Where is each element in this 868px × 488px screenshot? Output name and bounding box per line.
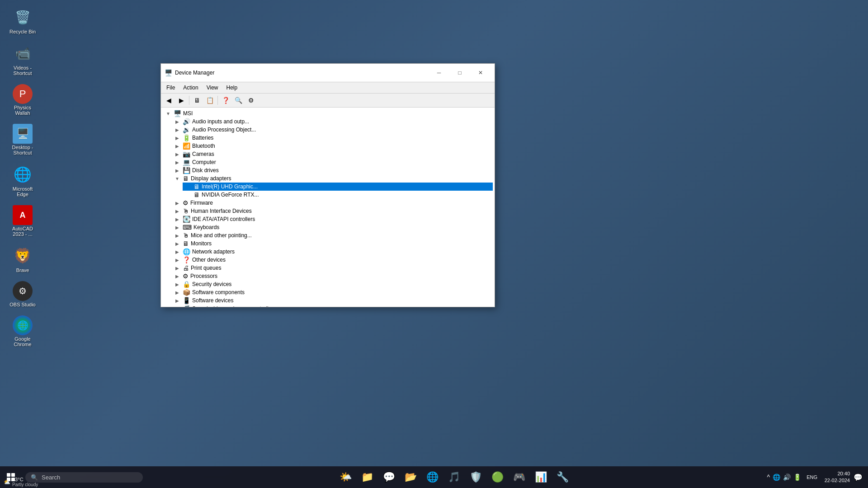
taskbar-discord[interactable]: 💬 <box>379 467 399 487</box>
clock-date: 22-02-2024 <box>823 477 850 484</box>
autocad-label: AutoCAD 2023 - ... <box>6 226 39 237</box>
menu-view[interactable]: View <box>203 83 222 92</box>
tree-firmware[interactable]: ▶ ⚙ Firmware <box>172 199 493 207</box>
tray-volume-icon[interactable]: 🔊 <box>783 474 791 481</box>
window-titlebar: 🖥️ Device Manager ─ □ ✕ <box>161 64 495 82</box>
physics-wallah-label: Physics Wallah <box>6 105 39 116</box>
microsoft-edge-label: Microsoft Edge <box>6 186 39 197</box>
menu-help[interactable]: Help <box>223 83 241 92</box>
tray-network-icon[interactable]: 🌐 <box>773 474 780 481</box>
videos-shortcut-icon[interactable]: 📹 Videos - Shortcut <box>5 41 41 78</box>
tree-nvidia-rtx[interactable]: 🖥 NVIDIA GeForce RTX... <box>183 191 493 199</box>
device-tree[interactable]: ▼ 🖥️ MSI ▶ 🔊 Audio inputs and outp... ▶ … <box>161 108 495 307</box>
obs-studio-label: OBS Studio <box>9 302 35 307</box>
tree-other-devices[interactable]: ▶ ❓ Other devices <box>172 256 493 264</box>
tree-display-adapters[interactable]: ▼ 🖥 Display adapters <box>172 174 493 183</box>
computer-button[interactable]: 🖥 <box>191 94 203 106</box>
tray-battery-icon[interactable]: 🔋 <box>793 474 801 481</box>
tree-computer[interactable]: ▶ 💻 Computer <box>172 158 493 166</box>
brave-label: Brave <box>16 267 29 273</box>
back-button[interactable]: ◀ <box>163 94 175 106</box>
taskbar-app10[interactable]: 📊 <box>531 467 551 487</box>
autocad-icon[interactable]: A AutoCAD 2023 - ... <box>5 203 41 239</box>
properties-button[interactable]: 📋 <box>204 94 216 106</box>
tray-expand-icon[interactable]: ^ <box>767 474 770 481</box>
tree-keyboards[interactable]: ▶ ⌨ Keyboards <box>172 223 493 231</box>
videos-shortcut-label: Videos - Shortcut <box>6 65 39 76</box>
taskbar-spotify[interactable]: 🎵 <box>444 467 464 487</box>
tray-icons: ^ 🌐 🔊 🔋 <box>767 474 802 481</box>
settings-button[interactable]: ⚙ <box>245 94 257 106</box>
weather-icon: ⛅ <box>4 479 10 485</box>
close-button[interactable]: ✕ <box>470 66 491 79</box>
forward-button[interactable]: ▶ <box>175 94 187 106</box>
device-manager-window: 🖥️ Device Manager ─ □ ✕ File Action View… <box>160 63 495 307</box>
desktop-shortcut-icon[interactable]: 🖥️ Desktop - Shortcut <box>5 122 41 157</box>
taskbar-apps: 🌤️ 📁 💬 📂 🌐 🎵 🛡️ 🟢 🎮 📊 🔧 <box>146 467 762 487</box>
tree-audio-processing[interactable]: ▶ 🔉 Audio Processing Object... <box>172 126 493 134</box>
taskbar-app11[interactable]: 🔧 <box>552 467 572 487</box>
microsoft-edge-desktop-icon[interactable]: 🌐 Microsoft Edge <box>5 162 41 199</box>
tree-audio-inputs[interactable]: ▶ 🔊 Audio inputs and outp... <box>172 117 493 126</box>
taskbar-file-explorer[interactable]: 📁 <box>357 467 377 487</box>
menu-bar: File Action View Help <box>161 82 495 94</box>
tree-cameras[interactable]: ▶ 📷 Cameras <box>172 150 493 158</box>
taskbar-language[interactable]: ENG <box>805 474 819 480</box>
tree-security[interactable]: ▶ 🔒 Security devices <box>172 280 493 288</box>
tree-hid[interactable]: ▶ 🖱 Human Interface Devices <box>172 207 493 215</box>
tree-bluetooth[interactable]: ▶ 📶 Bluetooth <box>172 142 493 150</box>
clock-time: 20:40 <box>823 470 850 477</box>
taskbar-edge[interactable]: 🌐 <box>422 467 442 487</box>
taskbar-weather-app[interactable]: 🌤️ <box>335 467 355 487</box>
menu-action[interactable]: Action <box>179 83 202 92</box>
desktop-shortcut-label: Desktop - Shortcut <box>6 145 39 155</box>
toolbar-separator-2 <box>217 96 218 105</box>
menu-file[interactable]: File <box>163 83 179 92</box>
tray-notification-icon[interactable]: 💬 <box>854 473 863 482</box>
help-button[interactable]: ❓ <box>220 94 231 106</box>
tree-mice[interactable]: ▶ 🖱 Mice and other pointing... <box>172 231 493 239</box>
google-chrome-icon[interactable]: 🌐 Google Chrome <box>5 314 41 349</box>
taskbar-security[interactable]: 🛡️ <box>466 467 486 487</box>
tree-network-adapters[interactable]: ▶ 🌐 Network adapters <box>172 248 493 256</box>
scan-button[interactable]: 🔍 <box>232 94 244 106</box>
display-adapters-children: 🖥 Intel(R) UHD Graphic... 🖥 NVIDIA GeFor… <box>183 183 493 199</box>
obs-studio-icon[interactable]: ⚙ OBS Studio <box>5 279 41 309</box>
desktop-icons: 🗑️ Recycle Bin 📹 Videos - Shortcut P Phy… <box>5 5 41 349</box>
tree-intel-uhd[interactable]: 🖥 Intel(R) UHD Graphic... <box>183 183 493 191</box>
device-manager-window-icon: 🖥️ <box>165 69 172 76</box>
tree-sound-video[interactable]: ▶ 🎵 Sound, video and game controllers <box>172 305 493 307</box>
taskbar-chrome[interactable]: 🟢 <box>487 467 507 487</box>
recycle-bin-label: Recycle Bin <box>9 29 36 34</box>
search-label: Search <box>42 474 60 481</box>
maximize-button[interactable]: □ <box>449 66 470 79</box>
tree-ide-atapi[interactable]: ▶ 💽 IDE ATA/ATAPI controllers <box>172 215 493 223</box>
taskbar-folder[interactable]: 📂 <box>401 467 420 487</box>
taskbar-tray: ^ 🌐 🔊 🔋 ENG 20:40 22-02-2024 💬 <box>762 470 868 484</box>
recycle-bin-icon[interactable]: 🗑️ Recycle Bin <box>5 5 41 36</box>
tree-processors[interactable]: ▶ ⚙ Processors <box>172 272 493 280</box>
tree-print-queues[interactable]: ▶ 🖨 Print queues <box>172 264 493 272</box>
brave-icon[interactable]: 🦁 Brave <box>5 243 41 275</box>
weather-desc: Partly cloudy <box>12 482 38 487</box>
tree-software-devices[interactable]: ▶ 📱 Software devices <box>172 296 493 305</box>
tree-root-msi[interactable]: ▼ 🖥️ MSI <box>163 109 493 117</box>
tree-monitors[interactable]: ▶ 🖥 Monitors <box>172 239 493 248</box>
tree-disk-drives[interactable]: ▶ 💾 Disk drives <box>172 166 493 174</box>
window-controls: ─ □ ✕ <box>429 66 491 79</box>
desktop: 🗑️ Recycle Bin 📹 Videos - Shortcut P Phy… <box>0 0 868 488</box>
google-chrome-label: Google Chrome <box>6 336 39 347</box>
tree-software-components[interactable]: ▶ 📦 Software components <box>172 288 493 296</box>
taskbar: 🔍 Search 🌤️ 📁 💬 📂 🌐 🎵 🛡️ 🟢 🎮 📊 🔧 ^ 🌐 🔊 🔋 <box>0 466 868 488</box>
toolbar: ◀ ▶ 🖥 📋 ❓ 🔍 ⚙ <box>161 94 495 108</box>
toolbar-separator-1 <box>189 96 189 105</box>
taskbar-app9[interactable]: 🎮 <box>509 467 529 487</box>
weather-widget[interactable]: ⛅ 23°C Partly cloudy <box>0 476 42 488</box>
taskbar-search[interactable]: 🔍 Search <box>25 472 143 483</box>
window-title: Device Manager <box>175 70 426 76</box>
minimize-button[interactable]: ─ <box>429 66 449 79</box>
physics-wallah-icon[interactable]: P Physics Wallah <box>5 82 41 117</box>
taskbar-clock[interactable]: 20:40 22-02-2024 <box>823 470 850 484</box>
tree-children: ▶ 🔊 Audio inputs and outp... ▶ 🔉 Audio P… <box>172 117 493 307</box>
tree-batteries[interactable]: ▶ 🔋 Batteries <box>172 134 493 142</box>
